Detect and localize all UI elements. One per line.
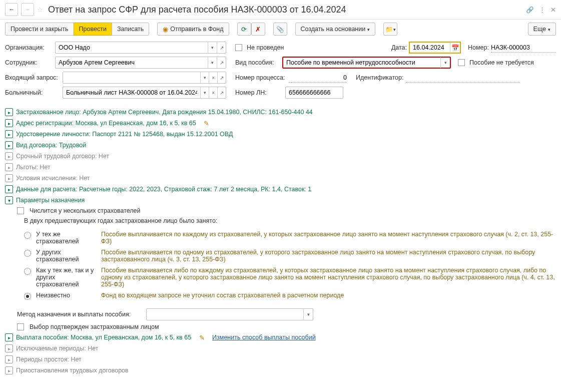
- expand-icon[interactable]: ▸: [5, 355, 13, 363]
- create-based-on-button[interactable]: Создать на основании: [295, 23, 376, 36]
- link-icon[interactable]: 🔗: [526, 6, 534, 14]
- expand-icon[interactable]: ▸: [5, 108, 13, 116]
- insured-row[interactable]: Застрахованное лицо: Арбузов Артем Серге…: [16, 109, 313, 116]
- payment-row[interactable]: Выплата пособия: Москва, ул Ереванская, …: [16, 334, 191, 341]
- benefit-type-dropdown-icon[interactable]: [440, 57, 450, 68]
- method-input[interactable]: [147, 309, 303, 320]
- post-button[interactable]: Провести: [74, 23, 112, 36]
- two-years-label: В двух предшествующих годах застрахованн…: [24, 217, 217, 224]
- org-dropdown-icon[interactable]: [208, 42, 217, 53]
- idle-row[interactable]: Периоды простоя: Нет: [16, 356, 82, 363]
- expand-icon[interactable]: ▸: [5, 344, 13, 352]
- passport-row[interactable]: Удостоверение личности: Паспорт 2121 № 1…: [16, 131, 233, 138]
- sick-open-icon[interactable]: ↗: [217, 87, 226, 98]
- org-input[interactable]: [56, 42, 208, 53]
- sick-clear-icon[interactable]: ×: [209, 87, 217, 98]
- radio-both-label: Как у тех же, так и у других страховател…: [36, 267, 96, 288]
- urgent-row[interactable]: Срочный трудовой договор: Нет: [16, 153, 109, 160]
- more-menu-icon[interactable]: ⋮: [539, 6, 545, 14]
- method-label: Метод назначения и выплаты пособия:: [17, 311, 143, 318]
- expand-icon[interactable]: ▸: [5, 130, 13, 138]
- employee-dropdown-icon[interactable]: [208, 57, 217, 68]
- ln-input[interactable]: [286, 87, 343, 98]
- employee-input[interactable]: [56, 57, 208, 68]
- date-label: Дата:: [391, 44, 407, 51]
- radio-same[interactable]: [24, 232, 31, 239]
- no-benefit-checkbox[interactable]: [458, 59, 465, 66]
- date-field[interactable]: 📅: [409, 42, 461, 54]
- expand-icon[interactable]: ▸: [5, 141, 13, 149]
- expand-icon[interactable]: ▸: [5, 366, 13, 374]
- more-button[interactable]: Еще: [528, 23, 556, 36]
- close-icon[interactable]: ✕: [550, 6, 556, 14]
- contract-row[interactable]: Вид договора: Трудовой: [16, 142, 86, 149]
- page-title: Ответ на запрос СФР для расчета пособия …: [48, 5, 346, 15]
- change-payment-method-link[interactable]: Изменить способ выплаты пособий: [212, 334, 316, 341]
- ln-label: Номер ЛН:: [235, 89, 283, 96]
- expand-icon[interactable]: ▸: [5, 333, 13, 341]
- multi-insurers-checkbox[interactable]: [17, 207, 24, 214]
- incoming-req-label: Входящий запрос:: [5, 74, 61, 81]
- radio-other-label: У других страхователей: [36, 249, 96, 263]
- radio-unknown[interactable]: [24, 293, 31, 300]
- expand-icon[interactable]: ▸: [5, 119, 13, 127]
- number-label: Номер:: [468, 44, 489, 51]
- confirmed-checkbox[interactable]: [17, 323, 24, 330]
- org-label: Организация:: [5, 44, 53, 51]
- suspend-row[interactable]: Приостановления трудовых договоров: [16, 367, 129, 374]
- incoming-req-dropdown-icon[interactable]: [200, 72, 209, 83]
- pencil-icon[interactable]: ✎: [204, 120, 209, 127]
- expand-icon[interactable]: ▸: [5, 185, 13, 193]
- date-input[interactable]: [410, 43, 450, 53]
- back-button[interactable]: ←: [5, 3, 18, 16]
- post-and-close-button[interactable]: Провести и закрыть: [5, 23, 74, 36]
- favorite-star-icon[interactable]: ☆: [37, 6, 43, 14]
- send-to-fund-button[interactable]: ◉Отправить в Фонд: [157, 23, 229, 36]
- pencil-icon[interactable]: ✎: [199, 334, 205, 341]
- number-input[interactable]: [491, 43, 556, 53]
- radio-other[interactable]: [24, 250, 31, 257]
- process-num-input[interactable]: [289, 73, 347, 83]
- identifier-input[interactable]: [406, 73, 520, 83]
- excluded-row[interactable]: Исключаемые периоды: Нет: [16, 345, 99, 352]
- benefits-row[interactable]: Льготы: Нет: [16, 164, 51, 171]
- folder-button[interactable]: 📁: [383, 23, 397, 36]
- expand-icon[interactable]: ▸: [5, 174, 13, 182]
- method-dropdown-icon[interactable]: [303, 309, 313, 320]
- benefit-type-label: Вид пособия:: [235, 59, 280, 66]
- employee-open-icon[interactable]: ↗: [217, 57, 226, 68]
- incoming-req-input[interactable]: [63, 72, 200, 83]
- not-posted-label: Не проведен: [247, 44, 284, 51]
- write-button[interactable]: Записать: [112, 23, 149, 36]
- attach-button[interactable]: 📎: [273, 23, 287, 36]
- collapse-icon[interactable]: ▾: [5, 196, 13, 204]
- calendar-icon[interactable]: 📅: [450, 42, 460, 53]
- process-num-label: Номер процесса:: [235, 74, 287, 81]
- expand-icon[interactable]: ▸: [5, 163, 13, 171]
- radio-unknown-desc: Фонд во входящем запросе не уточнил сост…: [101, 292, 556, 299]
- radio-unknown-label: Неизвестно: [36, 292, 96, 299]
- no-benefit-label: Пособие не требуется: [469, 59, 534, 66]
- expand-icon[interactable]: ▸: [5, 152, 13, 160]
- clear-button[interactable]: ✗: [251, 23, 265, 36]
- org-open-icon[interactable]: ↗: [217, 42, 226, 53]
- refresh-button[interactable]: ⟳: [237, 23, 251, 36]
- incoming-req-clear-icon[interactable]: ×: [209, 72, 217, 83]
- benefit-type-input[interactable]: [283, 57, 440, 68]
- radio-same-desc: Пособие выплачивается по каждому из стра…: [101, 231, 556, 245]
- sick-dropdown-icon[interactable]: [200, 87, 209, 98]
- radio-both[interactable]: [24, 268, 31, 275]
- incoming-req-open-icon[interactable]: ↗: [217, 72, 226, 83]
- employee-label: Сотрудник:: [5, 59, 53, 66]
- radio-other-desc: Пособие выплачивается по одному из страх…: [101, 249, 556, 263]
- forward-button[interactable]: →: [21, 3, 34, 16]
- conditions-row[interactable]: Условия исчисления: Нет: [16, 175, 90, 182]
- radio-both-desc: Пособие выплачивается либо по каждому из…: [101, 267, 556, 288]
- calc-data-row[interactable]: Данные для расчета: Расчетные годы: 2022…: [16, 186, 311, 193]
- sick-label: Больничный:: [5, 89, 61, 96]
- sick-input[interactable]: [63, 87, 200, 98]
- identifier-label: Идентификатор:: [356, 74, 404, 81]
- params-row[interactable]: Параметры назначения: [16, 197, 85, 204]
- confirmed-label: Выбор подтвержден застрахованным лицом: [30, 323, 159, 330]
- address-row[interactable]: Адрес регистрации: Москва, ул Ереванская…: [16, 120, 196, 127]
